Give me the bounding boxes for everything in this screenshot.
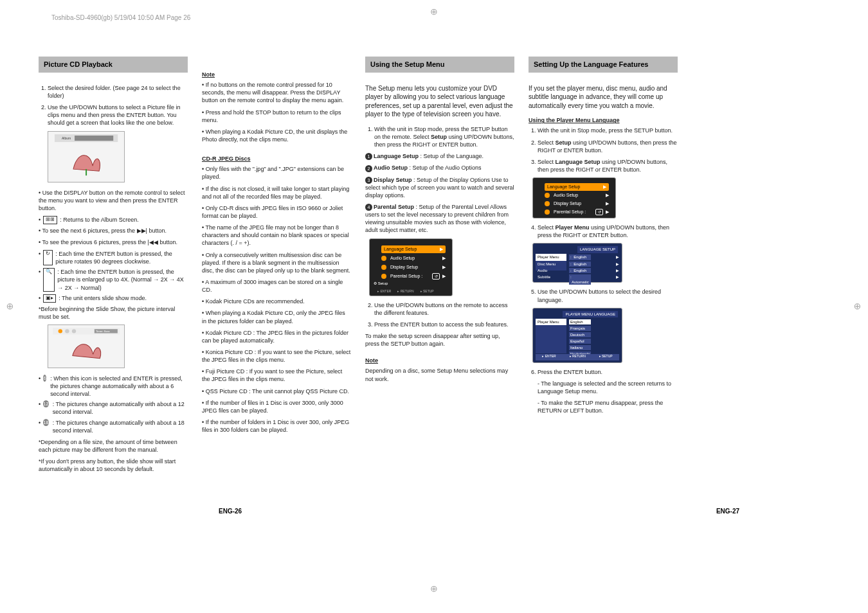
setup-step-1: With the unit in Stop mode, press the SE… (374, 125, 514, 148)
j7: • Kodak Picture CDs are recommended. (202, 298, 351, 305)
column-2: Note • If no buttons on the remote contr… (202, 57, 351, 477)
icon-6s: 6 (43, 375, 46, 382)
j10: • Konica Picture CD : If you want to see… (202, 348, 351, 364)
lang-step-4: Select Player Menu using UP/DOWN buttons… (538, 224, 678, 239)
note-header: Note (202, 71, 351, 78)
lang-step-2: Select Setup using UP/DOWN buttons, then… (538, 139, 678, 154)
svg-text:Album: Album (62, 136, 71, 140)
icon-album: ⊞⊞ (43, 216, 57, 224)
icon-zoom: 🔍 (43, 268, 55, 291)
opt2-desc: : Setup of the Audio Options (408, 164, 482, 171)
crop-mark-left: ⊕ (5, 303, 15, 310)
lang-step-6a: - The language is selected and the scree… (538, 380, 678, 395)
icon-rotate: ↻ (43, 250, 53, 265)
p-dismiss: To make the setup screen disappear after… (365, 332, 514, 348)
note-2: • Press and hold the STOP button to retu… (202, 109, 351, 124)
print-header: Toshiba-SD-4960(gb) 5/19/04 10:50 AM Pag… (51, 14, 190, 21)
bullet-12s: : The pictures change automatically with… (53, 400, 188, 416)
lang-setup-thumbnail-3: PLAYER MENU LANGUAGE Player Menu English… (532, 308, 622, 363)
svg-rect-2 (75, 136, 113, 141)
bullet-rotate: : Each time the ENTER button is pressed,… (55, 250, 188, 265)
step-1: Select the desired folder. (See page 24 … (48, 84, 188, 100)
section-header-language: Setting Up the Language Features (529, 57, 678, 73)
j3: • Only CD-R discs with JPEG files in ISO… (202, 204, 351, 220)
svg-point-5 (65, 329, 69, 333)
note-3: • When playing a Kodak Picture CD, the u… (202, 128, 351, 143)
crop-mark-right: ⊕ (853, 303, 863, 310)
bullet-prev6: • To see the previous 6 pictures, press … (39, 238, 188, 246)
icon-12s: 12 (43, 400, 49, 407)
bullet-18s: : The pictures change automatically with… (53, 419, 188, 434)
opt1-label: Language Setup (374, 153, 419, 159)
step-2: Use the UP/DOWN buttons to select a Pict… (48, 103, 188, 127)
j14: • If the number of folders in 1 Disc is … (202, 418, 351, 434)
bullet-6s: : When this icon is selected and ENTER i… (50, 375, 188, 398)
jpeg-header: CD-R JPEG Discs (202, 155, 351, 163)
column-4: Setting Up the Language Features If you … (529, 57, 678, 477)
setup-step-3: Press the ENTER button to access the sub… (374, 321, 514, 328)
column-3: Using the Setup Menu The Setup menu lets… (365, 57, 514, 477)
opt3-label: Display Setup (374, 177, 412, 183)
j9: • Kodak Picture CD : The JPEG files in t… (202, 329, 351, 344)
num-3-icon: 3 (365, 177, 372, 184)
j12: • QSS Picture CD : The unit cannot play … (202, 387, 351, 395)
opt1-desc: : Setup of the Language. (419, 153, 484, 159)
footnote-default: *If you don't press any button, the slid… (39, 458, 188, 473)
lang-step-1: With the unit in Stop mode, press the SE… (538, 127, 678, 134)
j5: • Only a consecutively written multisess… (202, 251, 351, 274)
slideshow-preview-thumbnail: Timer: 6sec (48, 324, 125, 368)
j13: • If the number of files in 1 Disc is ov… (202, 399, 351, 414)
lang-subheader: Using the Player Menu Language (529, 116, 678, 124)
column-1: Picture CD Playback Select the desired f… (39, 57, 188, 477)
album-preview-thumbnail: Album (48, 131, 125, 182)
opt4-label: Parental Setup (374, 204, 414, 210)
lang-step-6: Press the ENTER button. (538, 368, 678, 376)
bullet-slide: : The unit enters slide show mode. (59, 294, 147, 303)
j1: • Only files with the ".jpg" and ".JPG" … (202, 165, 351, 181)
j6: • A maximum of 3000 images can be stored… (202, 278, 351, 294)
crop-mark-top: ⊕ (430, 6, 438, 17)
svg-text:Timer: 6sec: Timer: 6sec (96, 330, 110, 333)
section-header-setup-menu: Using the Setup Menu (365, 57, 514, 73)
lang-setup-thumbnail-1: Language Setup▶ Audio Setup▶ Display Set… (532, 177, 616, 218)
icon-slideshow: ▣▸ (43, 294, 56, 303)
icon-18s: 18 (43, 419, 49, 426)
p-before-slide: *Before beginning the Slide Show, the pi… (39, 305, 188, 321)
lang-step-3: Select Language Setup using UP/DOWN butt… (538, 158, 678, 173)
bullet-zoom: : Each time the ENTER button is pressed,… (57, 268, 188, 291)
page-number-right: ENG-27 (716, 508, 739, 515)
footnote-filesize: *Depending on a file size, the amount of… (39, 438, 188, 454)
svg-point-4 (59, 329, 62, 333)
j11: • Fuji Picture CD : If you want to see t… (202, 368, 351, 383)
note-body-3: Depending on a disc, some Setup Menu sel… (365, 367, 514, 382)
opt2-label: Audio Setup (374, 164, 408, 171)
crop-mark-bottom: ⊕ (430, 583, 438, 594)
j8: • When playing a Kodak Picture CD, only … (202, 309, 351, 324)
svg-point-6 (72, 329, 76, 333)
setup-intro: The Setup menu lets you customize your D… (365, 84, 514, 119)
page-number-left: ENG-26 (219, 508, 242, 515)
section-header-picture-cd: Picture CD Playback (39, 57, 188, 73)
lang-step-6b: - To make the SETUP menu disappear, pres… (538, 399, 678, 414)
bullet-album: : Returns to the Album Screen. (60, 216, 139, 224)
lang-step-5: Use the UP/DOWN buttons to select the de… (538, 288, 678, 303)
lang-setup-thumbnail-2: LANGUAGE SETUP Player Menu Disc Menu Aud… (532, 243, 622, 283)
note-header-3: Note (365, 357, 514, 364)
bullet-next6: • To see the next 6 pictures, press the … (39, 227, 188, 235)
num-4-icon: 4 (365, 204, 372, 211)
setup-step-2: Use the UP/DOWN buttons on the remote to… (374, 301, 514, 317)
setup-menu-thumbnail: Language Setup▶ Audio Setup▶ Display Set… (369, 238, 453, 296)
j4: • The name of the JPEG file may not be l… (202, 224, 351, 247)
num-2-icon: 2 (365, 165, 372, 172)
j2: • If the disc is not closed, it will tak… (202, 185, 351, 200)
lang-intro: If you set the player menu, disc menu, a… (529, 84, 678, 111)
p-display-note: • Use the DISPLAY button on the remote c… (39, 189, 188, 212)
note-1: • If no buttons on the remote control pr… (202, 81, 351, 104)
num-1-icon: 1 (365, 153, 372, 160)
